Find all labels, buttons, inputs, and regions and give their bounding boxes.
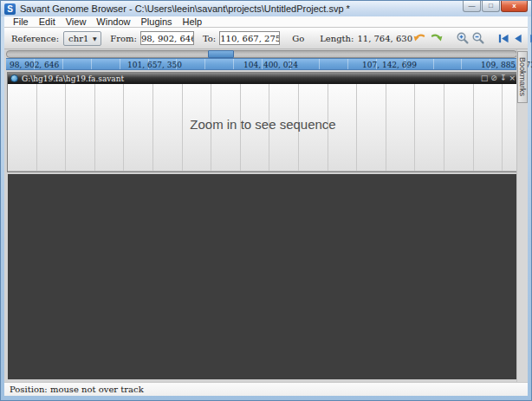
length-value: 11, 764, 630: [357, 34, 412, 43]
track-detach-icon[interactable]: ⊘: [490, 74, 497, 82]
position-ruler[interactable]: 98, 902, 646 101, 657, 350 104, 400, 024…: [6, 58, 519, 70]
track-close-icon[interactable]: ×: [509, 74, 516, 82]
redo-icon[interactable]: [430, 31, 444, 46]
track-maximize-icon[interactable]: □: [481, 74, 489, 82]
main-panel: 98, 902, 646 101, 657, 350 104, 400, 024…: [4, 49, 528, 382]
track-title-bar[interactable]: G:\hg19.fa\hg19.fa.savant □ ⊘ ↧ ×: [8, 73, 518, 84]
range-selection-thumb[interactable]: [208, 50, 234, 58]
ruler-tick-label: 107, 142, 699: [362, 61, 417, 69]
shift-right-icon[interactable]: [527, 31, 532, 46]
mdi-background: [8, 174, 516, 379]
bookmarks-tab-label: Bookmarks: [518, 57, 527, 96]
menu-plugins[interactable]: Plugins: [135, 16, 177, 27]
track-frame-controls: □ ⊘ ↧ ×: [478, 74, 516, 82]
bookmarks-tab[interactable]: Bookmarks: [517, 51, 528, 103]
reference-select[interactable]: chr1 ▼: [63, 31, 101, 46]
zoom-hint-text: Zoom in to see sequence: [8, 117, 518, 132]
ruler-tick-label: 98, 902, 646: [10, 61, 59, 69]
menu-view[interactable]: View: [61, 16, 92, 27]
track-icon: [10, 74, 18, 82]
shift-left-icon[interactable]: [512, 31, 525, 46]
sequence-track-canvas[interactable]: Zoom in to see sequence: [8, 84, 518, 171]
menu-edit[interactable]: Edit: [34, 16, 61, 27]
reference-label: Reference:: [11, 34, 59, 43]
minimize-button[interactable]: —: [463, 1, 481, 12]
from-label: From:: [110, 34, 137, 43]
menu-window[interactable]: Window: [91, 16, 135, 27]
right-dock-strip: Bookmarks: [516, 49, 528, 382]
track-pin-icon[interactable]: ↧: [500, 74, 507, 82]
sequence-track-frame: G:\hg19.fa\hg19.fa.savant □ ⊘ ↧ × Zoom i…: [7, 72, 519, 172]
from-input[interactable]: [140, 31, 194, 45]
track-title: G:\hg19.fa\hg19.fa.savant: [22, 74, 478, 83]
window-controls: — □ x: [462, 1, 528, 12]
window-title: Savant Genome Browser - C:\Users\leein\s…: [20, 3, 350, 14]
chromosome-overview-bar[interactable]: [6, 50, 517, 58]
title-bar[interactable]: S Savant Genome Browser - C:\Users\leein…: [1, 1, 531, 16]
shift-start-icon[interactable]: [497, 31, 510, 46]
zoom-in-icon[interactable]: [456, 31, 470, 46]
ruler-tick-label: 101, 657, 350: [127, 61, 182, 69]
status-bar: Position: mouse not over track: [4, 382, 528, 396]
chevron-down-icon: ▼: [88, 32, 101, 45]
reference-selected-value: chr1: [64, 34, 88, 43]
ruler-tick-label: 104, 400, 024: [243, 61, 298, 69]
to-input[interactable]: [219, 31, 280, 45]
go-button[interactable]: Go: [289, 32, 308, 45]
undo-icon[interactable]: [412, 31, 426, 46]
length-label: Length:: [320, 34, 354, 43]
menu-file[interactable]: File: [8, 16, 34, 27]
menu-bar: File Edit View Window Plugins Help: [4, 16, 528, 28]
maximize-button[interactable]: □: [482, 1, 500, 12]
app-window: S Savant Genome Browser - C:\Users\leein…: [0, 0, 532, 401]
status-position-text: Position: mouse not over track: [10, 385, 144, 394]
zoom-out-icon[interactable]: [471, 31, 485, 46]
close-button[interactable]: x: [501, 1, 528, 12]
app-logo-icon: S: [4, 3, 16, 15]
menu-help[interactable]: Help: [178, 16, 208, 27]
to-label: To:: [203, 34, 216, 43]
navigation-toolbar: Reference: chr1 ▼ From: To: Go Length: 1…: [4, 28, 528, 49]
